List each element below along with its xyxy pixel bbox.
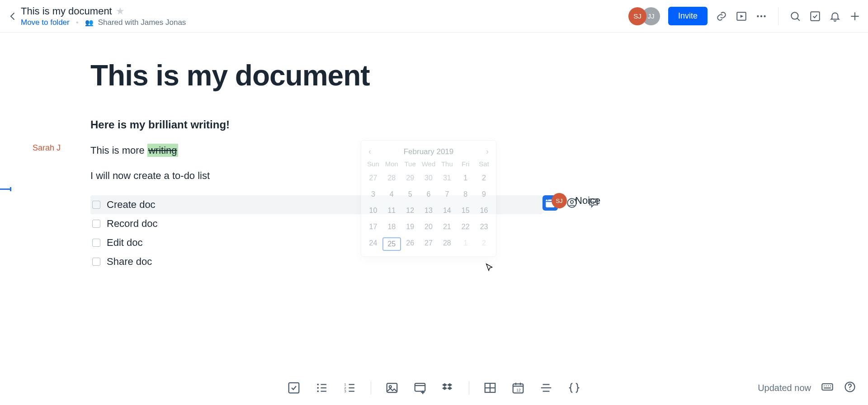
doc-subheading[interactable]: Here is my brilliant writing! xyxy=(90,118,542,131)
cal-day[interactable]: 9 xyxy=(475,188,493,200)
cal-dow-fri: Fri xyxy=(456,160,475,168)
cal-day[interactable]: 20 xyxy=(420,221,438,233)
cal-day[interactable]: 30 xyxy=(420,172,438,184)
svg-rect-18 xyxy=(415,383,425,391)
cal-day[interactable]: 15 xyxy=(456,205,475,217)
date-picker-popover[interactable]: ‹ February 2019 › Sun Mon Tue Wed Thu Fr… xyxy=(361,140,496,257)
insert-image-icon[interactable] xyxy=(385,381,399,395)
cal-day[interactable]: 16 xyxy=(475,205,493,217)
cal-day[interactable]: 8 xyxy=(456,188,475,200)
cal-day[interactable]: 2 xyxy=(475,237,493,251)
insert-dropbox-icon[interactable] xyxy=(441,381,455,395)
insert-code-block-icon[interactable] xyxy=(567,381,581,395)
comment-text: Noice xyxy=(575,195,600,207)
shared-with-text[interactable]: Shared with James Jonas xyxy=(98,18,186,27)
todo-checkbox-1[interactable] xyxy=(92,220,100,228)
cal-day[interactable]: 10 xyxy=(364,205,382,217)
insert-table-icon[interactable] xyxy=(483,381,497,395)
cal-dow-wed: Wed xyxy=(420,160,438,168)
cal-day[interactable]: 3 xyxy=(364,188,382,200)
plus-icon[interactable] xyxy=(849,10,861,22)
cal-day[interactable]: 26 xyxy=(401,237,420,251)
cal-day[interactable]: 18 xyxy=(382,221,401,233)
cal-dow-mon: Mon xyxy=(382,160,401,168)
cal-day[interactable]: 14 xyxy=(438,205,456,217)
insert-media-icon[interactable] xyxy=(413,381,427,395)
cal-day[interactable]: 6 xyxy=(420,188,438,200)
svg-rect-22 xyxy=(822,384,832,390)
insert-numbered-list-icon[interactable]: 123 xyxy=(343,381,357,395)
cal-day[interactable]: 5 xyxy=(401,188,420,200)
doc-h1[interactable]: This is my document xyxy=(90,60,542,91)
insert-divider-icon[interactable] xyxy=(539,381,553,395)
separator-dot: • xyxy=(76,18,79,27)
cal-day[interactable]: 31 xyxy=(438,172,456,184)
todo-label-0: Create doc xyxy=(107,199,156,211)
cal-day[interactable]: 28 xyxy=(382,172,401,184)
cal-day[interactable]: 27 xyxy=(420,237,438,251)
cal-prev[interactable]: ‹ xyxy=(368,147,371,156)
cal-day[interactable]: 1 xyxy=(456,172,475,184)
insert-checklist-icon[interactable] xyxy=(287,381,301,395)
more-icon[interactable] xyxy=(755,10,767,22)
todo-checkbox-2[interactable] xyxy=(92,239,100,247)
toolbar-sep-1 xyxy=(371,381,371,395)
avatar-sj[interactable]: SJ xyxy=(628,7,646,25)
link-icon[interactable] xyxy=(716,10,727,22)
inline-comment[interactable]: SJ Noice xyxy=(552,193,600,208)
cal-dow-tue: Tue xyxy=(401,160,420,168)
people-icon: 👥 xyxy=(85,19,94,27)
back-button[interactable] xyxy=(7,11,18,22)
cal-day[interactable]: 21 xyxy=(438,221,456,233)
mouse-cursor-icon xyxy=(485,263,495,275)
avatar-stack[interactable]: SJ JJ xyxy=(628,7,660,25)
cal-day[interactable]: 12 xyxy=(401,205,420,217)
toolbar-sep-2 xyxy=(469,381,469,395)
todo-checkbox-0[interactable] xyxy=(92,201,100,209)
present-icon[interactable] xyxy=(736,10,747,22)
invite-button[interactable]: Invite xyxy=(668,7,708,25)
cal-day[interactable]: 22 xyxy=(456,221,475,233)
cal-day[interactable]: 17 xyxy=(364,221,382,233)
collab-cursor-indicator xyxy=(0,188,11,190)
cal-day[interactable]: 1 xyxy=(456,237,475,251)
cal-day[interactable]: 28 xyxy=(438,237,456,251)
star-icon[interactable]: ★ xyxy=(116,5,125,17)
svg-point-4 xyxy=(791,12,798,19)
help-icon[interactable] xyxy=(844,381,856,395)
cal-day[interactable]: 11 xyxy=(382,205,401,217)
todo-checkbox-3[interactable] xyxy=(92,258,100,266)
doc-line2-pre: This is more xyxy=(90,145,147,156)
cal-day[interactable]: 25 xyxy=(382,237,401,251)
svg-point-2 xyxy=(760,15,762,17)
svg-point-1 xyxy=(757,15,759,17)
cal-day[interactable]: 27 xyxy=(364,172,382,184)
cal-dow-thu: Thu xyxy=(438,160,456,168)
title-block: This is my document ★ Move to folder • 👥… xyxy=(21,5,186,27)
cal-day[interactable]: 23 xyxy=(475,221,493,233)
author-label: Sarah J xyxy=(33,143,61,153)
svg-rect-5 xyxy=(811,12,820,21)
todo-label-3: Share doc xyxy=(107,256,152,268)
cal-day[interactable]: 2 xyxy=(475,172,493,184)
move-to-folder-link[interactable]: Move to folder xyxy=(21,18,70,27)
cal-day[interactable]: 19 xyxy=(401,221,420,233)
search-icon[interactable] xyxy=(789,10,801,22)
doc-title-small[interactable]: This is my document xyxy=(21,5,112,17)
cal-day[interactable]: 13 xyxy=(420,205,438,217)
cal-day[interactable]: 7 xyxy=(438,188,456,200)
cal-day[interactable]: 4 xyxy=(382,188,401,200)
document-area: Sarah J This is my document Here is my b… xyxy=(0,33,868,60)
tasks-icon[interactable] xyxy=(809,10,821,22)
keyboard-shortcuts-icon[interactable] xyxy=(821,381,834,395)
cal-day[interactable]: 29 xyxy=(401,172,420,184)
cal-day[interactable]: 24 xyxy=(364,237,382,251)
insert-block-toolbar: 123 12 xyxy=(287,381,581,395)
insert-calendar-icon[interactable]: 12 xyxy=(511,381,525,395)
comment-avatar: SJ xyxy=(552,193,567,208)
cal-next[interactable]: › xyxy=(486,147,489,156)
insert-bullet-list-icon[interactable] xyxy=(315,381,329,395)
calendar-grid: Sun Mon Tue Wed Thu Fri Sat 272829303112… xyxy=(364,160,493,251)
bell-icon[interactable] xyxy=(829,10,841,22)
cal-dow-sat: Sat xyxy=(475,160,493,168)
